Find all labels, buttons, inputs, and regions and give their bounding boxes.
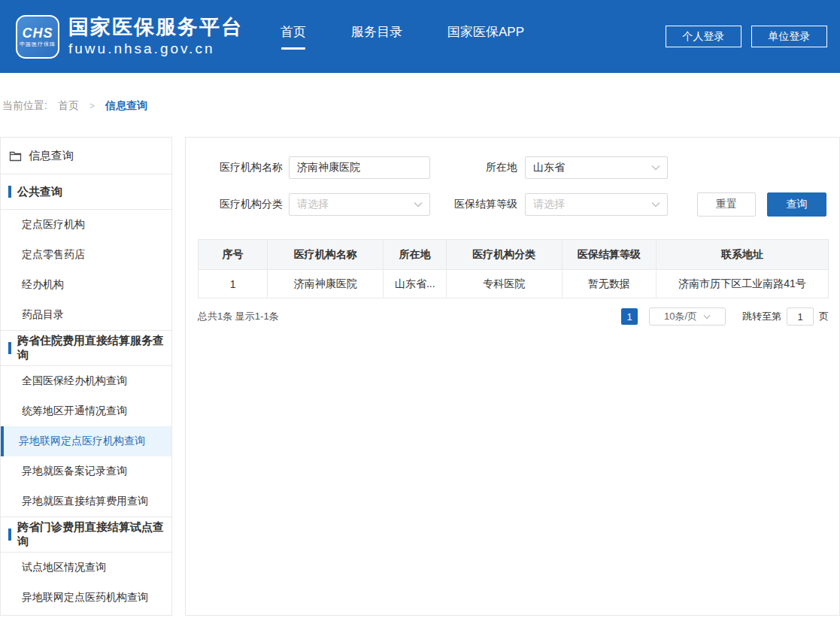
- sidebar-item-region-activation-query[interactable]: 统筹地区开通情况查询: [1, 396, 171, 426]
- logo-text: 国家医保服务平台 fuwu.nhsa.gov.cn: [68, 15, 243, 59]
- cell-contact-address: 济南市历下区工业南路41号: [657, 270, 829, 298]
- sidebar-item-pilot-region-query[interactable]: 试点地区情况查询: [1, 553, 171, 583]
- settlement-level-label: 医保结算等级: [438, 198, 517, 211]
- sidebar-item-national-agency-query[interactable]: 全国医保经办机构查询: [1, 366, 171, 396]
- personal-login-button[interactable]: 个人登录: [666, 26, 741, 47]
- pagination-bar: 总共1条 显示1-1条 1 10条/页 跳转至第 页: [198, 307, 829, 326]
- table-header-row: 序号 医疗机构名称 所在地 医疗机构分类 医保结算等级 联系地址: [199, 240, 829, 270]
- sidebar-item-cross-region-pharma-institution-query[interactable]: 异地联网定点医药机构查询: [1, 583, 171, 613]
- nav-home[interactable]: 首页: [281, 23, 306, 50]
- sidebar-title-label: 信息查询: [29, 149, 74, 163]
- chevron-down-icon: [651, 201, 660, 208]
- breadcrumb-current[interactable]: 信息查询: [105, 99, 147, 113]
- jump-page-suffix: 页: [819, 310, 829, 323]
- sidebar-section-public-query: 公共查询: [1, 174, 171, 210]
- chs-logo-icon: CHS 中国医疗保障: [16, 15, 59, 59]
- sidebar-item-designated-medical-institutions[interactable]: 定点医疗机构: [1, 210, 171, 240]
- breadcrumb-prefix: 当前位置:: [2, 99, 47, 113]
- chevron-down-icon: [703, 314, 711, 320]
- logo-badge-text: CHS: [22, 26, 53, 41]
- sidebar-item-drug-catalog[interactable]: 药品目录: [1, 300, 171, 330]
- col-header-contact-address: 联系地址: [657, 240, 829, 270]
- sidebar-item-designated-retail-pharmacies[interactable]: 定点零售药店: [1, 240, 171, 270]
- breadcrumb: 当前位置: 首页 > 信息查询: [2, 99, 840, 113]
- nav-service-catalog[interactable]: 服务目录: [351, 23, 402, 50]
- nav-active-underline: [281, 47, 305, 50]
- search-form-row-2: 医疗机构分类 请选择 医保结算等级 请选择 重置 查询: [186, 192, 839, 217]
- nav-home-label: 首页: [281, 23, 306, 41]
- col-header-institution-name: 医疗机构名称: [268, 240, 384, 270]
- main-panel: 医疗机构名称 所在地 山东省 医疗机构分类 请选择 医保结算等级 请选择: [185, 137, 840, 616]
- nav-service-catalog-label: 服务目录: [351, 23, 402, 41]
- sidebar-item-filing-record-query[interactable]: 异地就医备案记录查询: [1, 456, 171, 486]
- content-area: 信息查询 公共查询 定点医疗机构 定点零售药店 经办机构 药品目录 跨省住院费用…: [0, 137, 840, 616]
- site-domain: fuwu.nhsa.gov.cn: [68, 39, 243, 59]
- jump-to-page-input[interactable]: [787, 307, 814, 326]
- settlement-level-select[interactable]: 请选择: [525, 193, 668, 216]
- cell-location: 山东省...: [384, 270, 447, 298]
- sidebar-title: 信息查询: [1, 138, 171, 174]
- sidebar: 信息查询 公共查询 定点医疗机构 定点零售药店 经办机构 药品目录 跨省住院费用…: [0, 137, 172, 616]
- logo-badge-subtext: 中国医疗保障: [20, 41, 56, 47]
- cell-settlement-level: 暂无数据: [562, 270, 657, 298]
- nav-medical-app-label: 国家医保APP: [447, 23, 524, 41]
- institution-category-label: 医疗机构分类: [200, 198, 283, 211]
- breadcrumb-separator-icon: >: [89, 101, 95, 111]
- section-accent-bar: [8, 342, 11, 354]
- location-label: 所在地: [438, 161, 517, 174]
- query-button[interactable]: 查询: [767, 192, 826, 217]
- col-header-category: 医疗机构分类: [447, 240, 562, 270]
- location-select-value: 山东省: [533, 161, 565, 174]
- breadcrumb-home[interactable]: 首页: [58, 99, 79, 113]
- location-select[interactable]: 山东省: [525, 156, 668, 179]
- app-header: CHS 中国医疗保障 国家医保服务平台 fuwu.nhsa.gov.cn 首页 …: [0, 0, 840, 73]
- results-table: 序号 医疗机构名称 所在地 医疗机构分类 医保结算等级 联系地址 1 济南神康医…: [198, 239, 829, 298]
- jump-to-page-label: 跳转至第: [742, 310, 781, 323]
- search-form-row-1: 医疗机构名称 所在地 山东省: [186, 156, 839, 179]
- page-size-value: 10条/页: [664, 310, 697, 323]
- page-size-select[interactable]: 10条/页: [649, 307, 726, 326]
- institution-name-input[interactable]: [289, 156, 430, 179]
- table-row: 1 济南神康医院 山东省... 专科医院 暂无数据 济南市历下区工业南路41号: [199, 270, 829, 298]
- cell-institution-name: 济南神康医院: [268, 270, 384, 298]
- col-header-location: 所在地: [384, 240, 447, 270]
- settlement-level-select-value: 请选择: [533, 198, 565, 211]
- cell-category: 专科医院: [447, 270, 562, 298]
- main-nav: 首页 服务目录 国家医保APP: [281, 23, 524, 50]
- site-title: 国家医保服务平台: [68, 15, 243, 39]
- col-header-index: 序号: [199, 240, 268, 270]
- sidebar-item-settlement-fee-query[interactable]: 异地就医直接结算费用查询: [1, 486, 171, 517]
- reset-button[interactable]: 重置: [697, 192, 756, 217]
- section-accent-bar: [8, 529, 11, 541]
- sidebar-item-handling-agencies[interactable]: 经办机构: [1, 270, 171, 300]
- sidebar-section-cross-province-inpatient: 跨省住院费用直接结算服务查询: [1, 330, 171, 366]
- institution-name-label: 医疗机构名称: [200, 161, 283, 174]
- institution-category-select-value: 请选择: [297, 198, 329, 211]
- section-accent-bar: [8, 186, 11, 198]
- section-title-label: 跨省住院费用直接结算服务查询: [17, 334, 171, 362]
- institution-category-select[interactable]: 请选择: [289, 193, 430, 216]
- chevron-down-icon: [414, 201, 423, 208]
- col-header-settlement-level: 医保结算等级: [562, 240, 657, 270]
- page-1-button[interactable]: 1: [621, 308, 638, 325]
- section-title-label: 公共查询: [17, 185, 62, 199]
- nav-medical-app[interactable]: 国家医保APP: [447, 23, 524, 50]
- section-title-label: 跨省门诊费用直接结算试点查询: [17, 520, 171, 549]
- results-table-wrap: 序号 医疗机构名称 所在地 医疗机构分类 医保结算等级 联系地址 1 济南神康医…: [198, 239, 829, 298]
- chevron-down-icon: [651, 165, 660, 171]
- pagination-summary: 总共1条 显示1-1条: [198, 310, 279, 323]
- sidebar-section-cross-province-outpatient: 跨省门诊费用直接结算试点查询: [1, 517, 171, 553]
- login-buttons: 个人登录 单位登录: [666, 26, 827, 47]
- unit-login-button[interactable]: 单位登录: [751, 26, 827, 47]
- sidebar-item-cross-region-medical-institution-query[interactable]: 异地联网定点医疗机构查询: [1, 426, 171, 456]
- folder-icon: [9, 150, 22, 162]
- cell-index: 1: [199, 270, 268, 298]
